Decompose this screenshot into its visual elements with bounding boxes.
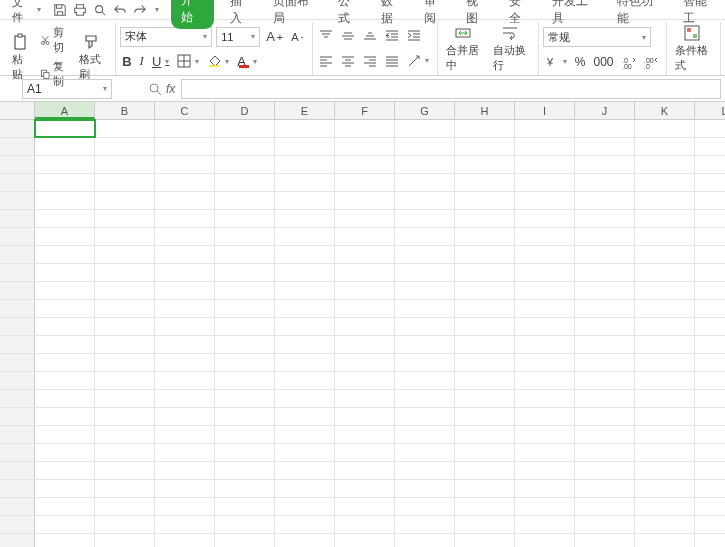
cell[interactable] [695,498,725,515]
cell[interactable] [695,300,725,317]
cell[interactable] [215,318,275,335]
cell[interactable] [635,120,695,137]
cell[interactable] [575,246,635,263]
cell[interactable] [35,354,95,371]
row-header[interactable] [0,480,35,497]
cell[interactable] [335,138,395,155]
tab-security[interactable]: 安全 [505,0,536,29]
cell[interactable] [455,390,515,407]
column-header[interactable]: G [395,102,455,119]
decrease-decimal-button[interactable]: .00.0 [642,54,660,70]
cell[interactable] [455,300,515,317]
increase-decimal-button[interactable]: .0.00 [620,54,638,70]
cell[interactable] [35,498,95,515]
font-size-combo[interactable]: 11 ▾ [216,27,260,47]
align-middle-button[interactable] [339,28,357,44]
row-header[interactable] [0,372,35,389]
cell[interactable] [455,336,515,353]
cell[interactable] [35,462,95,479]
column-header[interactable]: B [95,102,155,119]
number-format-combo[interactable]: 常规 ▾ [543,27,651,47]
cell[interactable] [215,408,275,425]
cell[interactable] [335,444,395,461]
cell[interactable] [455,462,515,479]
row-header[interactable] [0,318,35,335]
cell[interactable] [155,390,215,407]
cell[interactable] [35,408,95,425]
cell[interactable] [275,498,335,515]
cell[interactable] [395,228,455,245]
cell[interactable] [455,210,515,227]
cell[interactable] [35,516,95,533]
cell[interactable] [575,516,635,533]
cell[interactable] [215,228,275,245]
cell[interactable] [95,516,155,533]
cell[interactable] [515,354,575,371]
cell[interactable] [515,390,575,407]
cell[interactable] [35,174,95,191]
row-header[interactable] [0,300,35,317]
cell[interactable] [215,282,275,299]
cell[interactable] [215,174,275,191]
cell[interactable] [275,210,335,227]
cell[interactable] [575,498,635,515]
cell[interactable] [635,192,695,209]
cell[interactable] [35,156,95,173]
row-header[interactable] [0,534,35,547]
cell[interactable] [35,246,95,263]
formatpainter-button[interactable]: 格式刷 [75,31,109,84]
cell[interactable] [395,354,455,371]
justify-button[interactable] [383,53,401,69]
increase-indent-button[interactable] [405,28,423,44]
cell[interactable] [695,120,725,137]
cell[interactable] [275,246,335,263]
cell[interactable] [635,282,695,299]
row-header[interactable] [0,210,35,227]
cell[interactable] [215,264,275,281]
cell[interactable] [575,138,635,155]
cell[interactable] [575,534,635,547]
cell[interactable] [635,444,695,461]
cell[interactable] [515,336,575,353]
select-all-corner[interactable] [0,102,35,119]
row-header[interactable] [0,336,35,353]
cell[interactable] [275,336,335,353]
cell[interactable] [395,300,455,317]
cell[interactable] [635,174,695,191]
cell[interactable] [635,138,695,155]
cell[interactable] [695,138,725,155]
cell[interactable] [635,480,695,497]
cell[interactable] [215,372,275,389]
cell[interactable] [155,444,215,461]
cell[interactable] [515,228,575,245]
cell[interactable] [35,336,95,353]
cell[interactable] [155,282,215,299]
cell[interactable] [515,408,575,425]
cell[interactable] [515,300,575,317]
row-header[interactable] [0,408,35,425]
undo-icon[interactable] [113,3,127,17]
cell[interactable] [575,426,635,443]
cell[interactable] [455,138,515,155]
cell[interactable] [635,462,695,479]
cell[interactable] [515,426,575,443]
align-left-button[interactable] [317,53,335,69]
cell[interactable] [95,336,155,353]
tab-start[interactable]: 开始 [171,0,214,29]
cell[interactable] [155,534,215,547]
file-menu[interactable]: 文件 ▾ [4,0,49,27]
cell[interactable] [575,336,635,353]
cell[interactable] [35,282,95,299]
column-header[interactable]: E [275,102,335,119]
cell[interactable] [335,426,395,443]
row-header[interactable] [0,462,35,479]
cell[interactable] [35,120,95,137]
cell[interactable] [215,246,275,263]
cell[interactable] [695,426,725,443]
cell[interactable] [275,264,335,281]
cell[interactable] [395,462,455,479]
cell[interactable] [455,372,515,389]
cell[interactable] [155,498,215,515]
row-header[interactable] [0,426,35,443]
cell[interactable] [275,354,335,371]
